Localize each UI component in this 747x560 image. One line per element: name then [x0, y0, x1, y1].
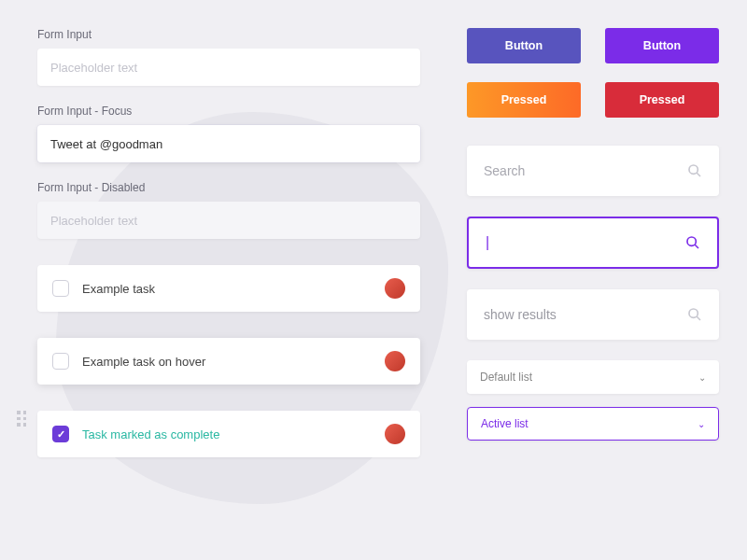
select-default[interactable]: Default list ⌄ — [467, 360, 719, 394]
select-active[interactable]: Active list ⌄ — [467, 407, 719, 441]
input-label-default: Form Input — [37, 28, 420, 41]
svg-point-0 — [689, 165, 698, 174]
button-pressed-orange[interactable]: Pressed — [467, 82, 581, 118]
search-results-text: show results — [484, 307, 687, 322]
select-label: Default list — [480, 371, 698, 384]
task-text: Example task — [82, 282, 385, 296]
svg-point-2 — [687, 237, 696, 245]
svg-line-1 — [697, 173, 700, 176]
checkbox-unchecked[interactable] — [52, 353, 69, 370]
button-primary[interactable]: Button — [467, 28, 581, 63]
search-cursor: | — [486, 234, 489, 251]
task-default[interactable]: Example task — [37, 265, 420, 312]
search-input[interactable] — [484, 163, 687, 178]
task-text: Example task on hover — [82, 355, 385, 369]
input-focus[interactable] — [37, 125, 420, 162]
select-label: Active list — [481, 417, 698, 430]
task-text: Task marked as complete — [82, 427, 385, 441]
search-default[interactable] — [467, 146, 719, 196]
avatar — [385, 351, 405, 371]
task-complete[interactable]: Task marked as complete — [37, 411, 420, 457]
input-disabled — [37, 202, 420, 239]
checkbox-checked[interactable] — [52, 426, 69, 442]
svg-line-3 — [695, 245, 698, 248]
task-hover[interactable]: Example task on hover — [37, 338, 420, 385]
avatar — [385, 424, 405, 444]
search-icon — [685, 235, 700, 250]
button-pressed-red[interactable]: Pressed — [605, 82, 719, 118]
svg-line-5 — [697, 316, 700, 320]
svg-point-4 — [689, 309, 698, 317]
search-icon — [687, 307, 702, 322]
search-icon — [687, 163, 702, 178]
input-label-focus: Form Input - Focus — [37, 105, 420, 118]
chevron-down-icon: ⌄ — [698, 372, 706, 383]
button-secondary[interactable]: Button — [605, 28, 719, 63]
chevron-down-icon: ⌄ — [698, 419, 705, 429]
checkbox-unchecked[interactable] — [52, 280, 69, 297]
avatar — [385, 278, 405, 299]
search-results[interactable]: show results — [467, 289, 719, 340]
input-default[interactable] — [37, 49, 420, 86]
input-label-disabled: Form Input - Disabled — [37, 181, 420, 194]
search-focus[interactable]: | — [467, 217, 719, 269]
